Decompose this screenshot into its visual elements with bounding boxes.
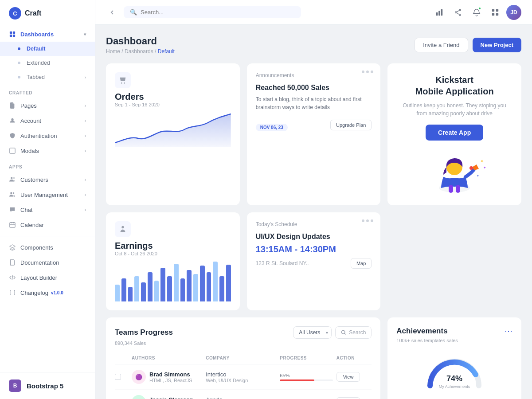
- author-info: Brad Simmons HTML, JS, ReactJS: [149, 371, 192, 383]
- achievements-subtitle: 100k+ sales templates sales: [396, 338, 512, 343]
- donut-value: 74%: [446, 374, 462, 383]
- sidebar: C Craft Dashboards ▾ Default Extended Ta…: [0, 0, 95, 399]
- author-cell: 🍀 Jessie Clarcson C#, ASP.NET, MS SQL: [132, 395, 202, 399]
- create-app-button[interactable]: Create App: [426, 125, 483, 141]
- sidebar-item-customers[interactable]: Customers ›: [0, 172, 95, 187]
- sidebar-item-label: Modals: [20, 148, 39, 154]
- layers-icon: [9, 244, 16, 251]
- promo-subtitle: Outlines keep you honest. They stoping y…: [398, 102, 511, 117]
- svg-point-27: [469, 166, 473, 170]
- avatar-image: JD: [506, 5, 521, 20]
- sidebar-item-label: Components: [20, 244, 53, 251]
- achievements-options[interactable]: ⋯: [505, 326, 512, 336]
- svg-point-16: [459, 14, 461, 16]
- topbar-actions: JD: [432, 5, 521, 20]
- svg-rect-11: [436, 12, 438, 16]
- view-button[interactable]: View: [336, 397, 360, 399]
- earnings-bar: [174, 264, 179, 301]
- chevron-right-icon: ›: [85, 207, 86, 212]
- teams-subtitle: 890,344 Sales: [115, 340, 372, 346]
- sidebar-item-tabbed[interactable]: Tabbed ›: [0, 70, 95, 84]
- svg-rect-24: [449, 185, 453, 193]
- bootstrap-badge: B: [9, 379, 21, 392]
- page-content: Dashboard Home / Dashboards / Default In…: [95, 25, 532, 399]
- search-bar[interactable]: 🔍: [124, 6, 301, 18]
- svg-point-9: [13, 192, 15, 194]
- sidebar-item-pages[interactable]: Pages ›: [0, 98, 95, 113]
- invite-friend-button[interactable]: Invite a Friend: [415, 38, 468, 52]
- company-name: Intertico: [206, 371, 276, 378]
- svg-point-21: [121, 82, 122, 84]
- notification-dot: [478, 7, 481, 10]
- sidebar-footer: B Bootstrap 5: [0, 372, 95, 399]
- chevron-right-icon: ›: [85, 118, 86, 123]
- share-icon-btn[interactable]: [450, 5, 466, 20]
- teams-table-header: AUTHORS COMPANY PROGRESS ACTION: [115, 352, 372, 364]
- svg-point-31: [121, 226, 124, 228]
- earnings-bar: [160, 268, 165, 301]
- svg-rect-3: [13, 35, 15, 37]
- map-button[interactable]: Map: [351, 258, 372, 269]
- schedule-card: Today's Schedule UI/UX Design Updates 13…: [247, 212, 381, 310]
- svg-rect-0: [10, 31, 12, 34]
- schedule-time: 13:15AM - 14:30PM: [256, 244, 372, 254]
- teams-title: Teams Progress: [115, 328, 173, 337]
- sidebar-item-label: Dashboards: [20, 31, 54, 38]
- sidebar-item-account[interactable]: Account ›: [0, 113, 95, 128]
- sidebar-item-dashboards[interactable]: Dashboards ▾: [0, 27, 95, 42]
- sidebar-item-calendar[interactable]: Calendar: [0, 217, 95, 232]
- sidebar-item-label: Customers: [20, 176, 48, 183]
- row-checkbox[interactable]: [115, 374, 121, 380]
- new-project-button[interactable]: New Project: [473, 38, 521, 52]
- notification-icon-btn[interactable]: [469, 5, 484, 20]
- achievements-card: Achievements ⋯ 100k+ sales templates sal…: [387, 317, 521, 399]
- sidebar-item-modals[interactable]: Modals ›: [0, 143, 95, 158]
- announcements-label: Announcements: [256, 72, 294, 78]
- svg-point-14: [459, 9, 461, 11]
- teams-search[interactable]: Search: [335, 326, 372, 339]
- back-button[interactable]: [106, 6, 118, 19]
- svg-rect-25: [456, 185, 460, 193]
- sidebar-item-changelog[interactable]: Changelog v1.0.0: [0, 285, 95, 300]
- earnings-bar: [154, 281, 159, 301]
- avatar[interactable]: JD: [506, 5, 521, 20]
- sidebar-item-default[interactable]: Default: [0, 42, 95, 56]
- svg-text:✦: ✦: [483, 166, 486, 170]
- upgrade-plan-button[interactable]: Upgrade Plan: [330, 120, 372, 130]
- view-button[interactable]: View: [336, 372, 360, 382]
- grid-icon: [9, 31, 16, 38]
- company-cell: Agoda Houses & Hotels: [206, 396, 276, 399]
- sidebar-item-authentication[interactable]: Authentication ›: [0, 128, 95, 143]
- sidebar-item-chat[interactable]: Chat ›: [0, 202, 95, 217]
- sidebar-item-layout-builder[interactable]: Layout Builder: [0, 270, 95, 285]
- earnings-title: Earnings: [115, 241, 231, 251]
- announcements-dots: [362, 70, 373, 73]
- sidebar-logo[interactable]: C Craft: [0, 0, 95, 27]
- sidebar-item-label: User Management: [20, 192, 68, 198]
- bootstrap-label: Bootstrap 5: [27, 382, 63, 390]
- sidebar-item-components[interactable]: Components: [0, 240, 95, 255]
- search-input[interactable]: [141, 9, 295, 16]
- company-type: Web, UI/UX Design: [206, 378, 276, 383]
- sidebar-item-label: Default: [27, 46, 45, 52]
- sidebar-item-extended[interactable]: Extended: [0, 56, 95, 70]
- file-icon: [9, 102, 16, 109]
- action-cell: View: [336, 397, 372, 399]
- company-cell: Intertico Web, UI/UX Design: [206, 371, 276, 383]
- earnings-icon: [115, 221, 131, 237]
- analytics-icon-btn[interactable]: [432, 5, 447, 20]
- schedule-label: Today's Schedule: [256, 221, 297, 227]
- svg-rect-13: [441, 9, 443, 15]
- announcements-description: To start a blog, think of a topic about …: [256, 95, 372, 111]
- svg-rect-17: [492, 9, 494, 11]
- svg-rect-1: [13, 31, 15, 34]
- author-info: Jessie Clarcson C#, ASP.NET, MS SQL: [149, 396, 199, 399]
- col-authors: AUTHORS: [132, 356, 202, 360]
- user-filter[interactable]: All Users: [293, 326, 332, 339]
- progress-fill: [280, 379, 314, 381]
- sidebar-item-user-management[interactable]: User Management ›: [0, 187, 95, 202]
- sidebar-item-documentation[interactable]: Documentation: [0, 255, 95, 270]
- sidebar-item-label: Account: [20, 117, 41, 124]
- col-action: ACTION: [336, 356, 372, 360]
- apps-icon-btn[interactable]: [488, 5, 503, 20]
